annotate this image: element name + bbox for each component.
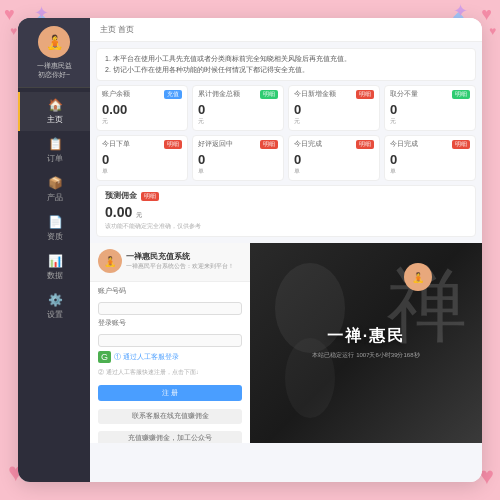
stat-title: 账户余额: [102, 90, 130, 99]
quick-register-label: ② 通过人工客服快速注册，点击下面↓: [98, 368, 242, 377]
prediction-badge[interactable]: 明细: [141, 192, 159, 201]
stat-badge[interactable]: 明细: [452, 90, 470, 99]
stats-row1: 账户余额 充值 0.00 元 累计佣金总额 明细 0 元 今日新增金额 明细: [90, 85, 482, 131]
stat-badge[interactable]: 明细: [260, 140, 278, 149]
stat-unit: 单: [294, 167, 374, 176]
sidebar-item-data[interactable]: 📊 数据: [18, 248, 90, 287]
right-sub-text: 本站已稳定运行 1007天6小时39分168秒: [312, 351, 419, 360]
bottom-split: 🧘 一禅惠民充值系统 一禅惠民平台系统公告：欢迎来到平台！ 账户号码: [90, 243, 482, 443]
stat-value: 0: [294, 152, 374, 167]
prediction-title: 预测佣金: [105, 191, 137, 201]
stat-card-returning: 好评返回中 明细 0 单: [192, 135, 284, 181]
chat-subtitle: 一禅惠民平台系统公告：欢迎来到平台！: [126, 262, 234, 271]
phone-label: 登录账号: [98, 319, 242, 328]
sidebar-item-products[interactable]: 📦 产品: [18, 170, 90, 209]
notice-line-1: 1. 本平台在使用小工具先充值或者分类商标前完全知晓相关风险后再充值充值。: [105, 54, 467, 65]
left-panel: 🧘 一禅惠民充值系统 一禅惠民平台系统公告：欢迎来到平台！ 账户号码: [90, 243, 250, 443]
right-panel: 禅 🧘 一禅·惠民 本站已稳定运行 1007天6小时39分168秒: [250, 243, 482, 443]
stat-card-today-add: 今日新增金额 明细 0 元: [288, 85, 380, 131]
stat-badge[interactable]: 明细: [356, 90, 374, 99]
stat-unit: 元: [198, 117, 278, 126]
sidebar-item-label: 主页: [47, 114, 63, 125]
breadcrumb: 主页 首页: [100, 25, 134, 34]
data-icon: 📊: [48, 254, 63, 268]
account-label: 账户号码: [98, 287, 242, 296]
stat-badge[interactable]: 充值: [164, 90, 182, 99]
stats-row2: 今日下单 明细 0 单 好评返回中 明细 0 单 今日完成 明细 0: [90, 135, 482, 181]
sidebar-brand: 一禅惠民益 初恋你好~: [37, 61, 72, 79]
sidebar-menu: 🏠 主页 📋 订单 📦 产品 📄 资质 📊 数据 ⚙️ 设置: [18, 88, 90, 326]
products-icon: 📦: [48, 176, 63, 190]
wechat-login-btn[interactable]: G ① 通过人工客服登录: [98, 351, 242, 363]
stat-title: 今日新增金额: [294, 90, 336, 99]
right-panel-overlay: 一禅·惠民 本站已稳定运行 1007天6小时39分168秒: [250, 243, 482, 443]
sidebar-item-orders[interactable]: 📋 订单: [18, 131, 90, 170]
prediction-unit: 元: [136, 212, 142, 218]
stat-title: 今日完成: [294, 140, 322, 149]
deco-heart-tl: ♥: [4, 4, 15, 25]
notice-line-2: 2. 切记小工作在使用各种功能的时候任何情况下都记得安全充值。: [105, 65, 467, 76]
sidebar-item-home[interactable]: 🏠 主页: [18, 92, 90, 131]
account-row: 账户号码: [98, 287, 242, 315]
sidebar-item-settings[interactable]: ⚙️ 设置: [18, 287, 90, 326]
stat-badge[interactable]: 明细: [452, 140, 470, 149]
stat-unit: 单: [102, 167, 182, 176]
register-button[interactable]: 注 册: [98, 385, 242, 401]
chat-name: 一禅惠民充值系统: [126, 252, 234, 262]
stat-badge[interactable]: 明细: [164, 140, 182, 149]
main-content: 主页 首页 1. 本平台在使用小工具先充值或者分类商标前完全知晓相关风险后再充值…: [90, 18, 482, 482]
contact-button[interactable]: 联系客服在线充值赚佣金: [98, 409, 242, 424]
sidebar-item-qualify[interactable]: 📄 资质: [18, 209, 90, 248]
qualify-icon: 📄: [48, 215, 63, 229]
stat-unit: 单: [198, 167, 278, 176]
avatar: 🧘: [38, 26, 70, 58]
phone-input[interactable]: [98, 334, 242, 347]
stat-title: 取分不量: [390, 90, 418, 99]
deco-heart-tr2: ♥: [489, 24, 496, 38]
stat-unit: 元: [390, 117, 470, 126]
stat-card-completed: 今日完成 明细 0 单: [288, 135, 380, 181]
wechat-icon: G: [98, 351, 111, 363]
stat-card-limit: 取分不量 明细 0 元: [384, 85, 476, 131]
account-input[interactable]: [98, 302, 242, 315]
stat-title: 累计佣金总额: [198, 90, 240, 99]
right-brand-text: 一禅·惠民: [327, 326, 405, 347]
sidebar-item-label: 订单: [47, 153, 63, 164]
settings-icon: ⚙️: [48, 293, 63, 307]
main-card: 🧘 一禅惠民益 初恋你好~ 🏠 主页 📋 订单 📦 产品 📄: [18, 18, 482, 482]
stat-value: 0: [390, 152, 470, 167]
stat-value: 0: [390, 102, 470, 117]
stat-value: 0: [294, 102, 374, 117]
stat-value: 0.00: [102, 102, 182, 117]
sidebar-item-label: 产品: [47, 192, 63, 203]
prediction-area: 预测佣金 明细 0.00 元 该功能不能确定完全准确，仅供参考: [96, 185, 476, 237]
sidebar-logo: 🧘 一禅惠民益 初恋你好~: [18, 18, 90, 88]
stat-title: 好评返回中: [198, 140, 233, 149]
notice-area: 1. 本平台在使用小工具先充值或者分类商标前完全知晓相关风险后再充值充值。 2.…: [96, 48, 476, 81]
chat-header: 🧘 一禅惠民充值系统 一禅惠民平台系统公告：欢迎来到平台！: [90, 243, 250, 282]
topbar: 主页 首页: [90, 18, 482, 42]
stat-value: 0: [198, 102, 278, 117]
prediction-value: 0.00 元: [105, 204, 467, 220]
deco-heart-tr: ♥: [481, 4, 492, 25]
sidebar-item-label: 设置: [47, 309, 63, 320]
stat-unit: 元: [102, 117, 182, 126]
stat-card-today-complete: 今日完成 明细 0 单: [384, 135, 476, 181]
sidebar-item-label: 数据: [47, 270, 63, 281]
sidebar-item-label: 资质: [47, 231, 63, 242]
stat-badge[interactable]: 明细: [356, 140, 374, 149]
stat-value: 0: [102, 152, 182, 167]
sidebar: 🧘 一禅惠民益 初恋你好~ 🏠 主页 📋 订单 📦 产品 📄: [18, 18, 90, 482]
stat-card-today-orders: 今日下单 明细 0 单: [96, 135, 188, 181]
stat-unit: 单: [390, 167, 470, 176]
stat-badge[interactable]: 明细: [260, 90, 278, 99]
stat-title: 今日完成: [390, 140, 418, 149]
stat-value: 0: [198, 152, 278, 167]
help-button[interactable]: 充值赚赚佣金，加工公众号: [98, 431, 242, 443]
prediction-desc: 该功能不能确定完全准确，仅供参考: [105, 222, 467, 231]
chat-form: 账户号码 登录账号 G ① 通过人工客服登录 ② 通过人工客服快速注册，点击下面…: [90, 282, 250, 443]
orders-icon: 📋: [48, 137, 63, 151]
phone-row: 登录账号: [98, 319, 242, 347]
stat-card-balance: 账户余额 充值 0.00 元: [96, 85, 188, 131]
deco-heart-tl2: ♥: [10, 24, 17, 38]
